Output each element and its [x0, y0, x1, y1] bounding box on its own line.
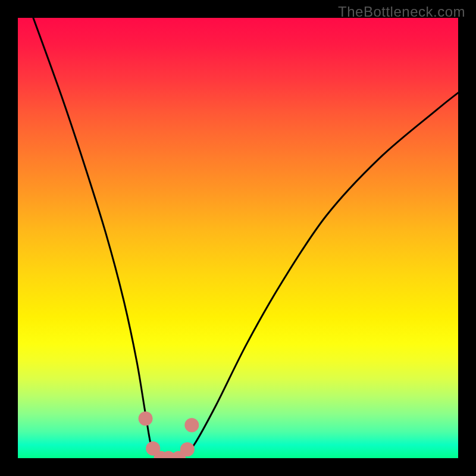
bottleneck-chart-svg [18, 18, 458, 458]
watermark-label: TheBottleneck.com [338, 4, 465, 20]
bottleneck-marker [180, 442, 195, 456]
bottleneck-marker [184, 418, 199, 433]
bottleneck-markers [139, 411, 199, 458]
plot-area [18, 18, 458, 458]
chart-frame: TheBottleneck.com [0, 0, 476, 476]
bottleneck-curve [33, 18, 458, 458]
bottleneck-marker [139, 411, 153, 425]
